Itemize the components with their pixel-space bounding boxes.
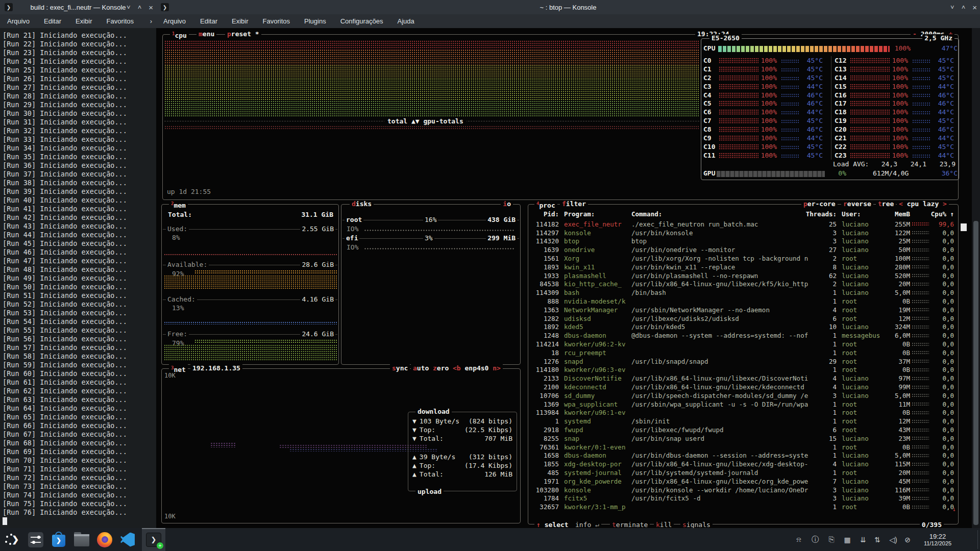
process-row[interactable]: 84538kio_http_cache_/usr/lib/x86_64-linu… (532, 280, 954, 289)
proc-percore-toggle[interactable]: per-core (801, 200, 838, 208)
process-row[interactable]: 18rcu_preempt1root0B0,0 (532, 348, 954, 357)
vscode-icon[interactable] (117, 530, 138, 550)
process-row[interactable]: 1639onedrive/usr/bin/onedrive --monitor2… (532, 245, 954, 254)
process-row[interactable]: 103280konsole/usr/bin/konsole --workdir … (532, 486, 954, 494)
menu-favoritos[interactable]: Favoritos (256, 14, 297, 28)
notifications-icon[interactable]: ⍾ (792, 528, 805, 551)
proc-scroll-hint[interactable]: ↓ (952, 506, 956, 513)
process-row[interactable]: 10706sd_dummy/usr/lib/speech-dispatcher-… (532, 391, 954, 400)
process-row[interactable]: 76361kworker/0:1-even1root0B0,0 (532, 443, 954, 452)
proc-scrollbar-marker[interactable] (961, 223, 967, 231)
preset-button[interactable]: preset * (225, 30, 261, 38)
net-auto-button[interactable]: auto (411, 364, 431, 372)
proc-signals-hint[interactable]: signals (680, 521, 713, 529)
proc-filter-button[interactable]: filter (560, 200, 588, 208)
menu-plugins[interactable]: Plugins (297, 14, 333, 28)
net-sync-button[interactable]: sync (390, 364, 410, 372)
minimize-icon[interactable]: ˅ (950, 4, 954, 11)
cpu-box-title[interactable]: 1cpu (170, 30, 189, 39)
proc-select-hint[interactable]: ↑ select ↓ (534, 521, 578, 529)
process-row[interactable]: 1363NetworkManager/usr/sbin/NetworkManag… (532, 306, 954, 314)
process-row[interactable]: 2918fwupd/usr/libexec/fwupd/fwupd6root43… (532, 425, 954, 434)
menu-ajuda[interactable]: Ajuda (390, 14, 422, 28)
menu-overflow-icon[interactable]: › (150, 17, 152, 25)
process-row[interactable]: 114182exec_file_neutr./exec_file_neutron… (532, 220, 954, 229)
proc-box-title[interactable]: 4proc (534, 200, 557, 209)
digital-clock[interactable]: 19:22 11/12/2025 (918, 528, 958, 551)
close-icon[interactable]: × (972, 3, 977, 12)
system-settings-icon[interactable] (26, 530, 46, 550)
process-row[interactable]: 1892kded5/usr/bin/kded510luciano324M0,0 (532, 323, 954, 332)
network-icon[interactable]: ⇅ (871, 528, 884, 551)
clipboard-icon[interactable]: ⎘ (825, 528, 838, 551)
interval-minus-icon[interactable]: - (913, 30, 917, 38)
input-method-icon[interactable]: ▦ (841, 528, 854, 551)
process-row[interactable]: 1658dbus-daemon/usr/bin/dbus-daemon --se… (532, 452, 954, 460)
net-zero-button[interactable]: zero (431, 364, 451, 372)
process-row[interactable]: 1971org_kde_powerde/usr/lib/x86_64-linux… (532, 477, 954, 486)
process-row[interactable]: 1933plasmashell/usr/bin/plasmashell --no… (532, 271, 954, 280)
process-row[interactable]: 1369wpa_supplicant/usr/sbin/wpa_supplica… (532, 400, 954, 409)
process-row[interactable]: 485systemd-journal/usr/lib/systemd/syste… (532, 468, 954, 477)
terminal-scrollbar[interactable] (972, 28, 980, 528)
mem-box-title[interactable]: 2mem (169, 200, 188, 209)
process-row[interactable]: 1855xdg-desktop-por/usr/lib/x86_64-linux… (532, 460, 954, 468)
menu-favoritos[interactable]: Favoritos (100, 14, 141, 28)
menu-arquivo[interactable]: Arquivo (156, 14, 193, 28)
menu-exibir[interactable]: Exibir (225, 14, 256, 28)
cpu-gpu-graph-toggle[interactable]: total ▲▼ gpu-totals (384, 117, 467, 125)
process-row[interactable]: 114320btopbtop3luciano25M0,0 (532, 237, 954, 246)
file-manager-icon[interactable] (71, 530, 92, 550)
volume-icon[interactable]: ◁) (887, 528, 900, 551)
menu-button[interactable]: menu (197, 30, 216, 38)
proc-tree-toggle[interactable]: tree (876, 200, 896, 208)
scrollbar-thumb[interactable] (973, 221, 978, 525)
disks-box-title[interactable]: disks (350, 200, 374, 208)
process-row[interactable]: 1248dbus-daemon@dbus-daemon --system --a… (532, 331, 954, 340)
proc-header-row[interactable]: Pid: Program: Command: Threads: User: Me… (532, 210, 954, 218)
menu-exibir[interactable]: Exibir (68, 14, 100, 28)
process-row[interactable]: 114214kworker/u96:2-kv1root0B0,0 (532, 340, 954, 348)
proc-terminate-hint[interactable]: terminate (610, 521, 650, 529)
process-row[interactable]: 2100kdeconnectd/usr/lib/x86_64-linux-gnu… (532, 383, 954, 391)
process-row[interactable]: 114309bash/bin/bash1luciano5,0M0,0 (532, 288, 954, 297)
updates-icon[interactable]: ⇊ (856, 528, 870, 551)
process-row[interactable]: 1276snapd/usr/lib/snapd/snapd29root37M0,… (532, 357, 954, 366)
right-titlebar[interactable]: ❯ ~ : btop — Konsole ˅ ˄ × (156, 0, 980, 14)
proc-reverse-toggle[interactable]: reverse (841, 200, 873, 208)
process-row[interactable]: 1893kwin_x11/usr/bin/kwin_x11 --replace8… (532, 263, 954, 271)
maximize-icon[interactable]: ˄ (962, 4, 966, 11)
show-desktop-edge[interactable] (977, 530, 980, 549)
process-row[interactable]: 1784fcitx5/usr/bin/fcitx5 -d3luciano39M0… (532, 494, 954, 503)
process-row[interactable]: 888nvidia-modeset/k1root0B0,0 (532, 297, 954, 306)
maximize-icon[interactable]: ˄ (138, 4, 142, 11)
info-center-icon[interactable]: ⓘ (808, 528, 822, 551)
menu-arquivo[interactable]: Arquivo (0, 14, 37, 28)
close-icon[interactable]: × (149, 3, 153, 12)
discover-store-icon[interactable]: ❯ (48, 530, 69, 550)
process-row[interactable]: 8255snap/usr/bin/snap userd15luciano23M0… (532, 434, 954, 443)
process-row[interactable]: 113984kworker/u96:1-ev1root0B0,0 (532, 409, 954, 417)
menu-configurações[interactable]: Configurações (333, 14, 390, 28)
menu-editar[interactable]: Editar (37, 14, 68, 28)
firefox-icon[interactable] (94, 530, 115, 550)
process-row[interactable]: 114180kworker/u96:3-ev1root0B0,0 (532, 366, 954, 374)
process-row[interactable]: 1systemd/sbin/init1root12M0,0 (532, 417, 954, 425)
net-interface-switcher[interactable]: <b enp4s0 n> (451, 364, 503, 372)
konsole-task-icon[interactable]: ❯ + (142, 528, 165, 551)
application-launcher-icon[interactable]: ❯ (3, 530, 23, 550)
left-terminal-output[interactable]: [Run 21] Iniciando execução...[Run 22] I… (0, 28, 156, 528)
proc-kill-hint[interactable]: kill (654, 521, 674, 529)
process-row[interactable]: 2133DiscoverNotifie/usr/lib/x86_64-linux… (532, 374, 954, 383)
minimize-icon[interactable]: ˅ (127, 4, 131, 11)
left-titlebar[interactable]: ❯ build : exec_fi...neutr — Konsole ˅ ˄ … (0, 0, 156, 14)
process-row[interactable]: 114297konsole/usr/bin/konsole3luciano122… (532, 229, 954, 237)
microphone-icon[interactable]: ⊘ (901, 528, 914, 551)
process-row[interactable]: 1561Xorg/usr/lib/xorg/Xorg -nolisten tcp… (532, 254, 954, 263)
proc-sort-selector[interactable]: < cpu lazy > (897, 200, 949, 208)
disks-io-toggle[interactable]: io (501, 200, 513, 208)
process-row[interactable]: 1282udisksd/usr/libexec/udisks2/udisksd6… (532, 314, 954, 323)
proc-info-hint[interactable]: info ↵ (573, 521, 601, 529)
menu-editar[interactable]: Editar (193, 14, 225, 28)
process-row[interactable]: 32657kworker/3:1-mm_p1root0B0,0 (532, 503, 954, 511)
